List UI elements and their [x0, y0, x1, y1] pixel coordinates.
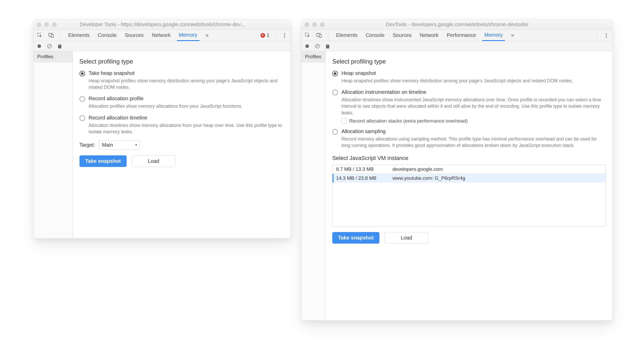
- console-errors-indicator[interactable]: ✕ 1: [260, 32, 269, 38]
- target-row: Target: Main: [79, 140, 284, 150]
- window-controls: [305, 22, 325, 27]
- option-title[interactable]: Heap snapshot: [341, 70, 606, 76]
- vm-heading: Select JavaScript VM instance: [332, 155, 606, 162]
- option-allocation-sampling[interactable]: Allocation sampling Record memory alloca…: [332, 128, 606, 149]
- minimize-dot[interactable]: [44, 22, 49, 27]
- option-record-allocation-timeline[interactable]: Record allocation timeline Allocation ti…: [79, 115, 284, 135]
- window-controls: [37, 22, 57, 27]
- more-tabs-icon[interactable]: »: [509, 32, 516, 39]
- option-heap-snapshot[interactable]: Heap snapshot Heap snapshot profiles sho…: [332, 70, 606, 84]
- content: Profiles Select profiling type Take heap…: [34, 51, 291, 238]
- profiling-heading: Select profiling type: [332, 58, 606, 65]
- option-description: Allocation profiles show memory allocati…: [89, 103, 284, 109]
- option-record-allocation-profile[interactable]: Record allocation profile Allocation pro…: [79, 96, 284, 109]
- zoom-dot[interactable]: [52, 22, 57, 27]
- device-toolbar-icon[interactable]: [315, 32, 323, 39]
- option-take-heap-snapshot[interactable]: Take heap snapshot Heap snapshot profile…: [79, 70, 284, 91]
- record-stacks-row[interactable]: Record allocation stacks (extra performa…: [341, 118, 606, 124]
- tabbar-separator: [275, 32, 275, 38]
- tab-elements[interactable]: Elements: [66, 30, 92, 41]
- more-options-icon[interactable]: [603, 32, 610, 39]
- inspect-element-icon[interactable]: [36, 32, 43, 39]
- button-row: Take snapshot Load: [332, 232, 606, 244]
- load-button[interactable]: Load: [385, 232, 428, 244]
- titlebar[interactable]: Developer Tools - https://developers.goo…: [34, 19, 291, 30]
- option-description: Allocation timelines show memory allocat…: [89, 122, 284, 135]
- tab-console[interactable]: Console: [364, 30, 386, 41]
- close-dot[interactable]: [305, 22, 309, 27]
- tab-memory[interactable]: Memory: [482, 30, 505, 41]
- tabbar: Elements Console Sources Network Memory …: [34, 30, 291, 41]
- target-select[interactable]: Main: [99, 140, 140, 150]
- load-button[interactable]: Load: [132, 155, 175, 167]
- vm-row[interactable]: 14.3 MB / 23.8 MB www.youtube.com: G_P6r…: [333, 174, 606, 183]
- content: Profiles Select profiling type Heap snap…: [301, 51, 612, 320]
- tab-sources[interactable]: Sources: [391, 30, 414, 41]
- inspect-element-icon[interactable]: [304, 32, 311, 39]
- clear-icon[interactable]: [315, 44, 320, 49]
- radio[interactable]: [332, 71, 338, 76]
- option-title[interactable]: Allocation instrumentation on timeline: [341, 89, 606, 95]
- profiles-sidebar: Profiles: [301, 51, 326, 320]
- delete-icon[interactable]: [325, 44, 330, 49]
- vm-row[interactable]: 8.7 MB / 13.3 MB developers.google.com: [333, 165, 606, 174]
- option-title[interactable]: Allocation sampling: [341, 128, 606, 134]
- tabbar-separator: [60, 32, 61, 38]
- radio[interactable]: [79, 115, 85, 121]
- tab-memory[interactable]: Memory: [177, 30, 199, 41]
- vm-size: 8.7 MB / 13.3 MB: [336, 166, 387, 172]
- profiles-toolbar: [34, 41, 291, 51]
- tab-network[interactable]: Network: [418, 30, 440, 41]
- error-icon: ✕: [260, 33, 265, 38]
- clear-icon[interactable]: [47, 44, 52, 49]
- radio[interactable]: [332, 129, 338, 135]
- tab-sources[interactable]: Sources: [123, 30, 146, 41]
- tab-network[interactable]: Network: [150, 30, 173, 41]
- radio[interactable]: [79, 96, 85, 102]
- option-title[interactable]: Record allocation profile: [89, 96, 284, 102]
- take-snapshot-button[interactable]: Take snapshot: [79, 155, 127, 167]
- devtools-window-right[interactable]: DevTools - developers.google.com/web/too…: [301, 19, 613, 320]
- target-label: Target:: [79, 142, 95, 148]
- record-stacks-checkbox[interactable]: [341, 118, 347, 124]
- device-toolbar-icon[interactable]: [47, 32, 55, 39]
- radio[interactable]: [79, 71, 85, 76]
- svg-point-3: [37, 44, 41, 48]
- option-allocation-timeline[interactable]: Allocation instrumentation on timeline A…: [332, 89, 606, 116]
- take-snapshot-button[interactable]: Take snapshot: [332, 232, 380, 244]
- record-icon[interactable]: [305, 44, 310, 49]
- option-description: Record memory allocations using sampling…: [341, 136, 606, 149]
- record-stacks-label[interactable]: Record allocation stacks (extra performa…: [349, 118, 468, 124]
- close-dot[interactable]: [37, 22, 41, 27]
- tab-elements[interactable]: Elements: [334, 30, 359, 41]
- svg-rect-2: [51, 34, 53, 37]
- sidebar-item-profiles[interactable]: Profiles: [34, 51, 73, 62]
- tab-console[interactable]: Console: [96, 30, 118, 41]
- minimize-dot[interactable]: [312, 22, 317, 27]
- devtools-window-left[interactable]: Developer Tools - https://developers.goo…: [33, 19, 291, 238]
- tab-performance[interactable]: Performance: [445, 30, 478, 41]
- sidebar-item-profiles[interactable]: Profiles: [301, 51, 325, 62]
- vm-name: developers.google.com: [393, 166, 602, 172]
- tabbar-separator: [328, 32, 328, 38]
- zoom-dot[interactable]: [320, 22, 325, 27]
- radio[interactable]: [332, 90, 338, 95]
- error-count: 1: [267, 32, 269, 38]
- delete-icon[interactable]: [57, 44, 62, 49]
- record-icon[interactable]: [37, 44, 42, 49]
- profiling-heading: Select profiling type: [79, 58, 284, 65]
- titlebar[interactable]: DevTools - developers.google.com/web/too…: [301, 19, 612, 30]
- vm-name: www.youtube.com: G_P6rpRSr4g: [393, 175, 602, 181]
- option-description: Heap snapshot profiles show memory distr…: [89, 78, 284, 91]
- profiles-toolbar: [301, 41, 612, 51]
- option-description: Heap snapshot profiles show memory distr…: [341, 78, 606, 84]
- vm-size: 14.3 MB / 23.8 MB: [336, 175, 387, 181]
- more-tabs-icon[interactable]: »: [204, 32, 211, 39]
- profiles-sidebar: Profiles: [34, 51, 73, 238]
- option-title[interactable]: Take heap snapshot: [89, 70, 284, 76]
- tabbar: Elements Console Sources Network Perform…: [301, 30, 612, 41]
- button-row: Take snapshot Load: [79, 155, 284, 167]
- more-options-icon[interactable]: [281, 32, 288, 39]
- vm-instance-table: 8.7 MB / 13.3 MB developers.google.com 1…: [332, 165, 606, 226]
- option-title[interactable]: Record allocation timeline: [89, 115, 284, 121]
